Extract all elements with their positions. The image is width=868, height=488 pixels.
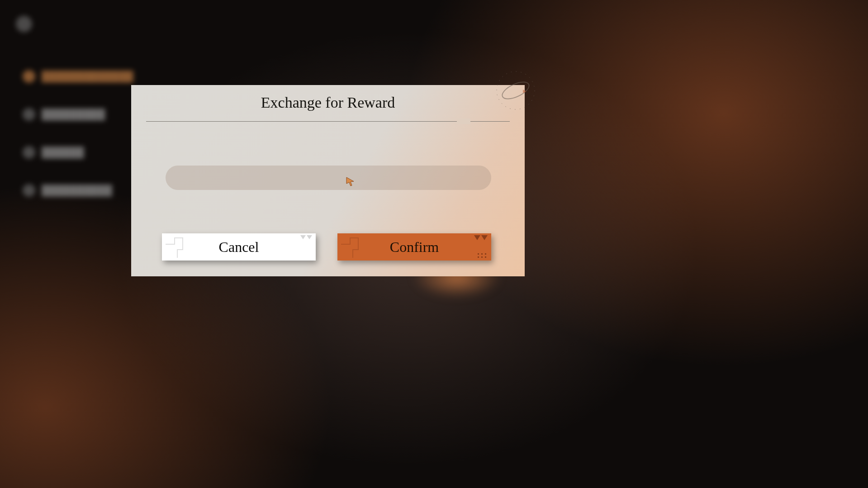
dots-decor-icon <box>478 253 487 258</box>
sidebar-dot-icon <box>23 146 35 159</box>
sidebar-label: █████████ <box>42 109 105 120</box>
confirm-label: Confirm <box>390 239 439 256</box>
orbit-decoration-icon <box>493 68 538 113</box>
sidebar-dot-icon <box>23 184 35 197</box>
triangle-decor-icon <box>474 235 488 240</box>
triangle-decor-icon <box>300 235 312 239</box>
reward-code-input[interactable] <box>166 166 491 190</box>
menu-dot <box>16 16 32 32</box>
sidebar-item: ██████ <box>23 146 133 159</box>
modal-title: Exchange for Reward <box>131 94 525 111</box>
cancel-label: Cancel <box>219 239 259 256</box>
decor-lines-icon <box>165 235 192 259</box>
svg-point-0 <box>500 79 531 102</box>
confirm-button[interactable]: Confirm <box>337 233 491 261</box>
sidebar-label: ██████████ <box>42 185 112 196</box>
divider-gap <box>457 118 470 124</box>
svg-point-1 <box>497 71 535 109</box>
sidebar-label: █████████████ <box>42 71 133 82</box>
sidebar-dot-icon <box>23 108 35 121</box>
cancel-button[interactable]: Cancel <box>162 233 316 261</box>
sidebar-label: ██████ <box>42 147 84 158</box>
sidebar-dot-icon <box>23 70 35 83</box>
decor-lines-icon <box>340 235 367 259</box>
divider-line <box>146 121 510 122</box>
sidebar-item: ██████████ <box>23 184 133 197</box>
blurred-sidebar: █████████████ █████████ ██████ █████████… <box>23 70 133 222</box>
sidebar-item: █████████████ <box>23 70 133 83</box>
exchange-reward-modal: Exchange for Reward Cancel Confirm <box>131 85 525 276</box>
sidebar-item: █████████ <box>23 108 133 121</box>
